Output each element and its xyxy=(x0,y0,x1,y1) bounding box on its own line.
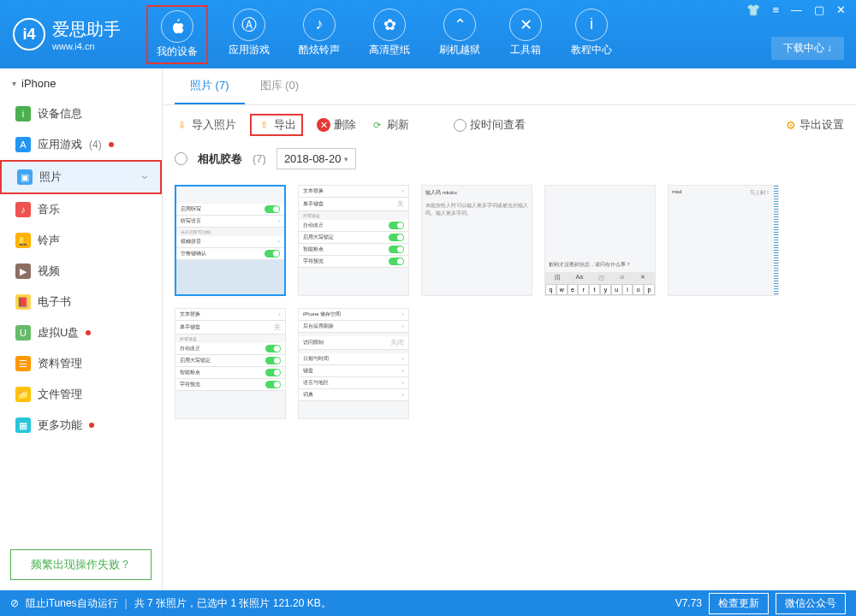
sidebar-icon: 🔔 xyxy=(15,233,31,248)
sidebar-item[interactable]: 🔔铃声 xyxy=(0,225,162,256)
gear-icon: ⚙ xyxy=(786,119,796,132)
menu-icon[interactable]: ≡ xyxy=(769,3,782,16)
sidebar-item[interactable]: A应用游戏(4) xyxy=(0,129,162,160)
sidebar-item-label: 更多功能 xyxy=(38,418,82,433)
apple-icon xyxy=(161,10,193,43)
sidebar: iPhone i设备信息A应用游戏(4)▣照片♪音乐🔔铃声▶视频📕电子书U虚拟U… xyxy=(0,68,163,590)
sidebar-item-label: 电子书 xyxy=(38,294,71,310)
photo-thumb[interactable]: 文本替换› 单手键盘关 所有键盘 自动改正 启用大写锁定 智能标点 字符预览 xyxy=(298,185,409,296)
sidebar-icon: i xyxy=(15,106,31,121)
sidebar-item-label: 设备信息 xyxy=(38,106,82,121)
sidebar-item-label: 文件管理 xyxy=(38,387,82,402)
sidebar-item[interactable]: ▶视频 xyxy=(0,256,162,287)
check-icon: ⊘ xyxy=(10,597,19,609)
check-update-button[interactable]: 检查更新 xyxy=(709,593,769,614)
info-icon: i xyxy=(575,9,608,41)
export-settings-button[interactable]: ⚙导出设置 xyxy=(786,117,844,133)
thumbnails-grid: 启用听写 听写语言› 未开启听写功能。 模糊拼音› 空格键确认 文本替换› 单手… xyxy=(163,178,856,426)
tools-icon: ✕ xyxy=(509,9,542,41)
sidebar-item-label: 照片 xyxy=(39,169,62,185)
photo-thumb[interactable]: iPhone 储存空间› 后台应用刷新› 访问限制关闭 日期与时间› 键盘› 语… xyxy=(298,308,409,419)
apps-icon: Ⓐ xyxy=(233,9,265,41)
view-by-time-button[interactable]: 按时间查看 xyxy=(454,117,526,133)
refresh-button[interactable]: ⟳刷新 xyxy=(370,117,409,133)
notification-dot xyxy=(86,330,91,335)
sidebar-item-label: 视频 xyxy=(38,264,60,279)
tab-photos[interactable]: 照片 (7) xyxy=(175,68,245,104)
sidebar-item[interactable]: i设备信息 xyxy=(0,98,162,129)
sidebar-icon: ♪ xyxy=(15,202,31,217)
nav-toolbox[interactable]: ✕工具箱 xyxy=(501,5,550,64)
app-logo: i4 爱思助手 www.i4.cn xyxy=(13,18,121,51)
app-title: 爱思助手 xyxy=(52,18,121,41)
notification-dot xyxy=(89,423,94,428)
album-name: 相机胶卷 xyxy=(198,151,242,167)
toolbar: ⇩导入照片 ⇧导出 ✕删除 ⟳刷新 按时间查看 ⚙导出设置 xyxy=(163,105,856,145)
status-bar: ⊘ 阻止iTunes自动运行 | 共 7 张照片，已选中 1 张照片 121.2… xyxy=(0,590,856,616)
sidebar-icon: A xyxy=(15,137,31,152)
version-label: V7.73 xyxy=(675,597,702,609)
content-area: 照片 (7) 图库 (0) ⇩导入照片 ⇧导出 ✕删除 ⟳刷新 按时间查看 ⚙导… xyxy=(163,68,856,590)
date-selector[interactable]: 2018-08-20 xyxy=(276,148,357,169)
skin-icon[interactable]: 👕 xyxy=(743,3,764,16)
sidebar-item[interactable]: ☰资料管理 xyxy=(0,348,162,379)
nav-my-device[interactable]: 我的设备 xyxy=(146,5,208,64)
sidebar-item[interactable]: 📁文件管理 xyxy=(0,379,162,410)
sidebar-item-label: 应用游戏 xyxy=(38,137,82,152)
sidebar-item[interactable]: ♪音乐 xyxy=(0,194,162,225)
sidebar-item-label: 虚拟U盘 xyxy=(38,325,79,341)
fault-link[interactable]: 频繁出现操作失败？ xyxy=(10,549,152,580)
sidebar-item-label: 铃声 xyxy=(38,233,60,248)
radio-icon xyxy=(454,119,467,132)
nav-tutorials[interactable]: i教程中心 xyxy=(562,5,621,64)
logo-icon: i4 xyxy=(13,18,45,50)
nav-apps[interactable]: Ⓐ应用游戏 xyxy=(220,5,278,64)
album-radio[interactable] xyxy=(175,152,187,165)
sidebar-icon: 📁 xyxy=(15,387,31,402)
download-center-button[interactable]: 下载中心 ↓ xyxy=(771,37,844,60)
photo-thumb[interactable]: 文本替换› 单手键盘关 所有键盘 自动改正 启用大写锁定 智能标点 字符预览 xyxy=(175,308,286,419)
flower-icon: ✿ xyxy=(373,9,406,41)
import-button[interactable]: ⇩导入照片 xyxy=(175,117,236,133)
status-info: 共 7 张照片，已选中 1 张照片 121.20 KB。 xyxy=(134,596,331,611)
sub-tabs: 照片 (7) 图库 (0) xyxy=(163,68,856,105)
minimize-icon[interactable]: — xyxy=(788,3,805,16)
album-count: (7) xyxy=(253,152,266,165)
tab-gallery[interactable]: 图库 (0) xyxy=(245,68,315,104)
photo-thumb[interactable]: msd马上到！ xyxy=(668,185,779,296)
app-header: i4 爱思助手 www.i4.cn 我的设备 Ⓐ应用游戏 ♪酷炫铃声 ✿高清壁纸… xyxy=(0,0,856,68)
nav-tabs: 我的设备 Ⓐ应用游戏 ♪酷炫铃声 ✿高清壁纸 ⌃刷机越狱 ✕工具箱 i教程中心 xyxy=(146,5,621,64)
close-icon[interactable]: ✕ xyxy=(833,3,849,16)
sidebar-icon: ☰ xyxy=(15,356,31,371)
sidebar-item[interactable]: 📕电子书 xyxy=(0,287,162,317)
sidebar-icon: U xyxy=(15,325,31,341)
filter-row: 相机胶卷 (7) 2018-08-20 xyxy=(163,145,856,178)
delete-button[interactable]: ✕删除 xyxy=(317,117,356,133)
nav-flash[interactable]: ⌃刷机越狱 xyxy=(431,5,489,64)
maximize-icon[interactable]: ▢ xyxy=(811,3,828,16)
export-button[interactable]: ⇧导出 xyxy=(250,114,303,136)
sidebar-item[interactable]: U虚拟U盘 xyxy=(0,317,162,348)
window-controls: 👕 ≡ — ▢ ✕ xyxy=(743,3,849,16)
device-selector[interactable]: iPhone xyxy=(0,68,162,98)
nav-ringtones[interactable]: ♪酷炫铃声 xyxy=(290,5,348,64)
sidebar-item-label: 音乐 xyxy=(38,202,60,217)
wechat-button[interactable]: 微信公众号 xyxy=(776,593,846,614)
bell-icon: ♪ xyxy=(303,9,336,41)
sidebar-item-label: 资料管理 xyxy=(38,356,82,371)
nav-wallpapers[interactable]: ✿高清壁纸 xyxy=(360,5,419,64)
sidebar-item[interactable]: ▣照片 xyxy=(0,160,162,194)
status-itunes[interactable]: 阻止iTunes自动运行 xyxy=(26,596,118,611)
sidebar-item[interactable]: ▦更多功能 xyxy=(0,410,162,441)
photo-thumb[interactable]: 输入码 mkdcx未能按给人时可以输入更多字词或被迫的输入码。输入更多字词。 xyxy=(421,185,532,296)
photo-thumb[interactable]: 启用听写 听写语言› 未开启听写功能。 模糊拼音› 空格键确认 xyxy=(175,185,286,296)
sidebar-icon: ▶ xyxy=(15,264,31,279)
sidebar-icon: 📕 xyxy=(15,294,31,310)
sidebar-icon: ▦ xyxy=(15,418,31,433)
sidebar-icon: ▣ xyxy=(17,169,33,185)
photo-thumb[interactable]: 歉刚才没看到信息，请问有什么事？ 田Aa㊀☺✕ qwertyuiop xyxy=(544,185,656,296)
notification-dot xyxy=(109,142,114,147)
box-icon: ⌃ xyxy=(443,9,476,41)
app-site: www.i4.cn xyxy=(52,41,121,51)
